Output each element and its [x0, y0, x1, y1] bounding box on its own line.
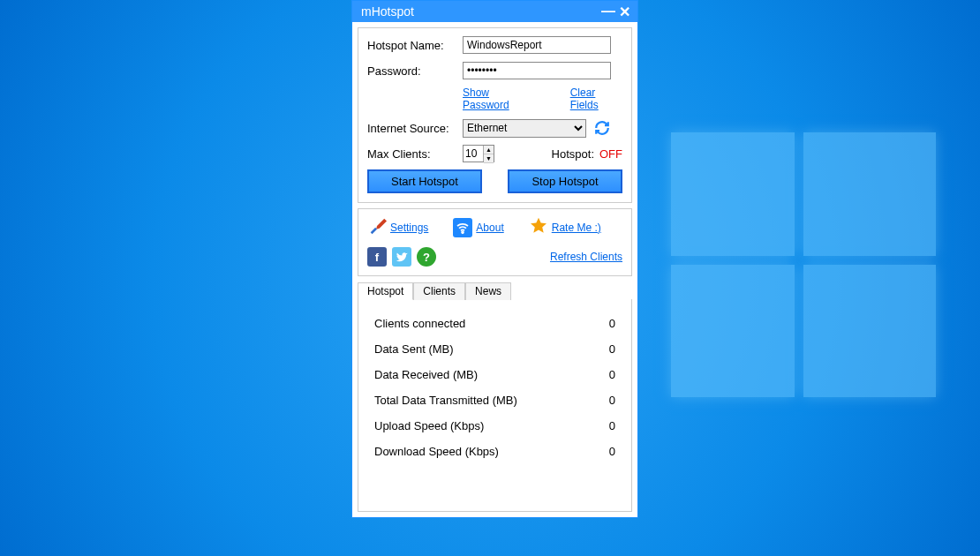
hotspot-name-input[interactable] — [463, 36, 611, 54]
start-hotspot-button[interactable]: Start Hotspot — [367, 169, 482, 193]
settings-icon — [367, 216, 387, 238]
windows-logo — [671, 132, 936, 397]
close-button[interactable]: ✕ — [616, 4, 632, 19]
twitter-icon[interactable] — [392, 247, 411, 267]
tab-clients[interactable]: Clients — [413, 282, 465, 300]
rate-link[interactable]: Rate Me :) — [552, 222, 601, 234]
facebook-icon[interactable]: f — [367, 247, 387, 267]
stat-row: Total Data Transmitted (MB)0 — [374, 394, 615, 407]
help-icon[interactable]: ? — [417, 247, 436, 267]
stat-row: Data Sent (MB)0 — [374, 342, 615, 356]
max-clients-label: Max Clients: — [367, 147, 463, 161]
tab-content: Clients connected0 Data Sent (MB)0 Data … — [358, 299, 632, 512]
internet-source-select[interactable]: Ethernet — [463, 119, 586, 138]
refresh-source-icon[interactable] — [593, 119, 611, 137]
stat-row: Download Speed (Kbps)0 — [374, 445, 615, 458]
app-window: mHotspot — ✕ Hotspot Name: Password: Sho… — [351, 0, 638, 518]
password-input[interactable] — [463, 62, 611, 79]
links-panel: Settings About Rate Me :) f ? Ref — [358, 208, 632, 276]
stat-row: Clients connected0 — [374, 317, 615, 330]
minimize-button[interactable]: — — [600, 4, 616, 19]
max-clients-input[interactable] — [464, 146, 483, 162]
stat-row: Data Received (MB)0 — [374, 368, 615, 381]
config-panel: Hotspot Name: Password: Show Password Cl… — [358, 27, 632, 203]
tab-news[interactable]: News — [465, 282, 511, 300]
spinner-down[interactable]: ▼ — [484, 154, 494, 163]
hotspot-status-value: OFF — [599, 147, 622, 161]
password-label: Password: — [367, 64, 463, 78]
stats-list: Clients connected0 Data Sent (MB)0 Data … — [358, 299, 631, 511]
clear-fields-link[interactable]: Clear Fields — [570, 86, 622, 111]
refresh-clients-link[interactable]: Refresh Clients — [550, 251, 622, 263]
tab-hotspot[interactable]: Hotspot — [358, 282, 413, 300]
spinner-up[interactable]: ▲ — [484, 146, 494, 154]
hotspot-status-label: Hotspot: — [552, 147, 594, 161]
settings-link[interactable]: Settings — [390, 222, 428, 234]
tabbar: Hotspot Clients News — [358, 282, 632, 300]
internet-source-label: Internet Source: — [367, 122, 463, 135]
star-icon — [529, 216, 548, 238]
show-password-link[interactable]: Show Password — [463, 86, 533, 111]
hotspot-name-label: Hotspot Name: — [367, 39, 463, 52]
max-clients-spinner[interactable]: ▲▼ — [463, 145, 494, 162]
stop-hotspot-button[interactable]: Stop Hotspot — [508, 169, 622, 193]
stat-row: Upload Speed (Kbps)0 — [374, 419, 615, 432]
wifi-icon — [453, 218, 472, 237]
titlebar[interactable]: mHotspot — ✕ — [352, 1, 637, 22]
svg-point-0 — [462, 231, 464, 233]
window-title: mHotspot — [361, 4, 600, 19]
about-link[interactable]: About — [476, 222, 503, 234]
